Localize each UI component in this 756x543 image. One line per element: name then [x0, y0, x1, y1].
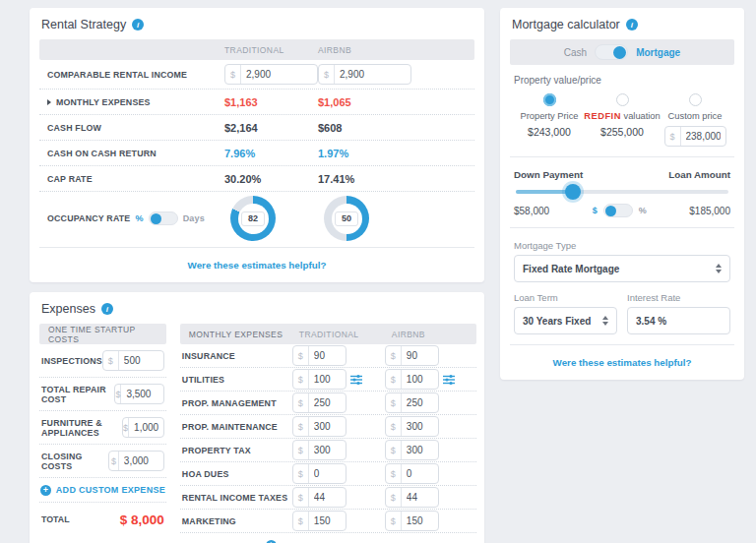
prop-maintenance-airbnb-input[interactable]: $ — [385, 416, 439, 437]
prop-maintenance-traditional-value[interactable] — [309, 417, 346, 436]
expand-arrow-icon[interactable] — [47, 99, 51, 105]
info-icon[interactable]: i — [101, 303, 113, 315]
interest-rate-label: Interest Rate — [627, 292, 730, 303]
custom-price-radio[interactable] — [689, 93, 702, 106]
closing-costs-value[interactable] — [119, 452, 163, 470]
inspections-input[interactable]: $ — [102, 350, 164, 371]
dollar-percent-toggle[interactable] — [603, 204, 633, 217]
cash-option-label[interactable]: Cash — [564, 47, 587, 58]
utilities-airbnb-input[interactable]: $ — [385, 369, 439, 390]
hoa-dues-airbnb-value[interactable] — [402, 464, 438, 483]
utilities-airbnb-value[interactable] — [402, 370, 438, 389]
rental-income-traditional-input[interactable]: $ — [224, 64, 318, 85]
cash-mortgage-toggle[interactable] — [595, 44, 628, 60]
prop-management-airbnb-value[interactable] — [402, 393, 438, 412]
currency-symbol: $ — [665, 127, 681, 146]
down-payment-slider[interactable] — [516, 190, 728, 194]
interest-rate-input[interactable] — [627, 307, 730, 334]
dollar-option-label[interactable]: $ — [593, 206, 598, 215]
occupancy-airbnb-value[interactable]: 50 — [335, 211, 358, 226]
row-label: HOA DUES — [182, 469, 292, 479]
row-label: MONTHLY EXPENSES — [47, 97, 224, 107]
insurance-traditional-input[interactable]: $ — [292, 345, 346, 366]
insurance-traditional-value[interactable] — [309, 346, 346, 365]
occupancy-unit-percent-label[interactable]: % — [135, 213, 143, 223]
repair-cost-value[interactable] — [121, 385, 163, 403]
add-custom-expense-startup[interactable]: + ADD CUSTOM EXPENSE — [39, 478, 166, 503]
row-label: CASH FLOW — [47, 123, 224, 133]
expenses-body: ONE TIME STARTUP COSTS INSPECTIONS $ TOT… — [39, 324, 474, 543]
add-custom-expense-monthly[interactable]: + ADD CUSTOM EXPENSE — [180, 533, 476, 543]
option-custom-price: Custom price $ — [660, 93, 730, 147]
row-furniture-appliances: FURNITURE & APPLIANCES $ — [39, 411, 166, 445]
property-tax-airbnb-input[interactable]: $ — [385, 440, 439, 460]
inspections-value[interactable] — [119, 351, 163, 370]
row-label: FURNITURE & APPLIANCES — [41, 418, 122, 438]
marketing-traditional-input[interactable]: $ — [292, 511, 346, 531]
marketing-airbnb-input[interactable]: $ — [385, 511, 439, 531]
occupancy-unit-days-label[interactable]: Days — [183, 213, 205, 223]
startup-costs-header: ONE TIME STARTUP COSTS — [39, 324, 166, 344]
rental-taxes-traditional-value[interactable] — [309, 488, 346, 507]
currency-symbol: $ — [225, 65, 241, 84]
hoa-dues-traditional-value[interactable] — [309, 464, 346, 483]
mortgage-type-select[interactable]: Fixed Rate Mortgage — [514, 255, 730, 282]
mortgage-calculator-title: Mortgage calculator — [512, 18, 620, 31]
property-tax-traditional-value[interactable] — [309, 441, 346, 459]
info-icon[interactable]: i — [132, 19, 144, 30]
insurance-airbnb-input[interactable]: $ — [385, 345, 439, 366]
mortgage-option-label[interactable]: Mortgage — [636, 47, 680, 58]
property-value-section: Property value/price Property Price $243… — [510, 65, 734, 154]
closing-costs-input[interactable]: $ — [108, 451, 164, 471]
slider-knob[interactable] — [565, 184, 581, 200]
cap-rate-traditional: 30.20% — [224, 173, 318, 185]
property-tax-traditional-input[interactable]: $ — [292, 440, 346, 460]
estimates-helpful-link[interactable]: Were these estimates helpful? — [553, 357, 692, 368]
divider — [510, 156, 734, 157]
hoa-dues-airbnb-input[interactable]: $ — [385, 463, 439, 484]
prop-maintenance-traditional-input[interactable]: $ — [292, 416, 346, 437]
prop-management-traditional-input[interactable]: $ — [292, 392, 346, 413]
furniture-input[interactable]: $ — [122, 417, 164, 438]
rental-taxes-airbnb-value[interactable] — [402, 488, 438, 507]
row-label: PROP. MAINTENANCE — [182, 422, 292, 432]
sliders-icon[interactable] — [350, 374, 362, 386]
divider — [510, 227, 734, 228]
rental-income-airbnb-value[interactable] — [335, 65, 379, 84]
marketing-traditional-value[interactable] — [309, 512, 346, 530]
property-tax-airbnb-value[interactable] — [402, 441, 438, 459]
expenses-title: Expenses — [41, 302, 95, 316]
currency-symbol: $ — [109, 452, 119, 470]
custom-price-value[interactable] — [681, 127, 725, 146]
utilities-traditional-input[interactable]: $ — [292, 369, 346, 390]
repair-cost-input[interactable]: $ — [114, 384, 163, 404]
estimates-helpful-link[interactable]: Were these estimates helpful? — [188, 260, 327, 271]
custom-price-input[interactable]: $ — [664, 126, 726, 147]
interest-rate-value[interactable] — [636, 316, 722, 327]
marketing-airbnb-value[interactable] — [402, 512, 438, 530]
prop-management-airbnb-input[interactable]: $ — [385, 392, 439, 413]
currency-symbol: $ — [319, 65, 335, 84]
percent-option-label[interactable]: % — [639, 206, 647, 215]
loan-term-field: Loan Term 30 Years Fixed — [514, 292, 617, 334]
info-icon[interactable]: i — [626, 19, 638, 30]
occupancy-unit-toggle[interactable] — [149, 211, 178, 225]
insurance-airbnb-value[interactable] — [402, 346, 438, 365]
utilities-traditional-value[interactable] — [309, 370, 346, 389]
hoa-dues-traditional-input[interactable]: $ — [292, 463, 346, 484]
prop-management-traditional-value[interactable] — [309, 393, 346, 412]
row-monthly-expenses[interactable]: MONTHLY EXPENSES $1,163 $1,065 — [39, 90, 474, 115]
redfin-valuation-radio[interactable] — [616, 93, 629, 106]
row-label: UTILITIES — [182, 375, 292, 385]
property-price-radio[interactable] — [543, 93, 556, 106]
sliders-icon[interactable] — [443, 374, 455, 386]
rental-taxes-airbnb-input[interactable]: $ — [385, 487, 439, 508]
expenses-header: Expenses i — [39, 300, 474, 324]
loan-term-select[interactable]: 30 Years Fixed — [514, 307, 617, 334]
occupancy-traditional-value[interactable]: 82 — [241, 211, 265, 226]
prop-maintenance-airbnb-value[interactable] — [402, 417, 438, 436]
rental-taxes-traditional-input[interactable]: $ — [292, 487, 346, 508]
furniture-value[interactable] — [129, 418, 164, 437]
rental-income-airbnb-input[interactable]: $ — [318, 64, 411, 85]
rental-income-traditional-value[interactable] — [241, 65, 285, 84]
